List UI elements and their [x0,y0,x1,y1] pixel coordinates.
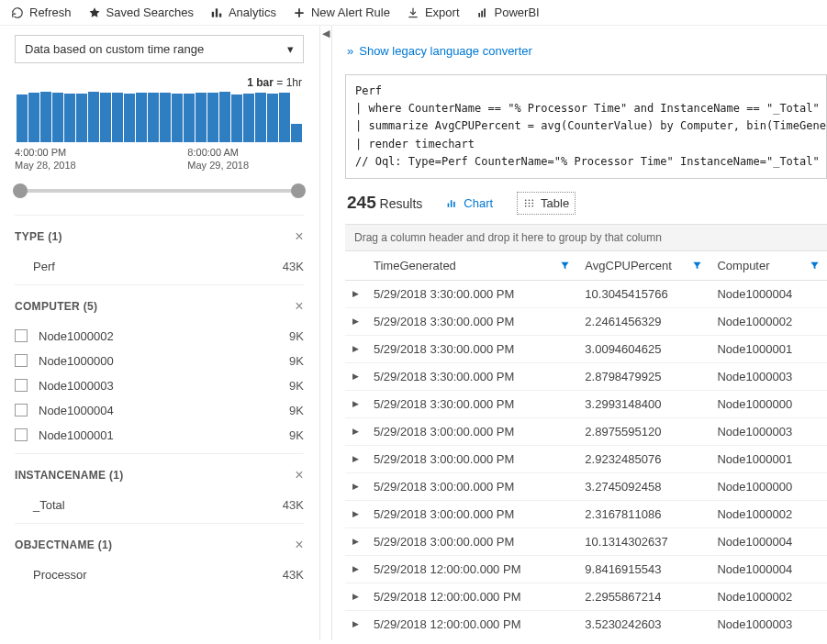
histogram-bar[interactable] [64,94,75,142]
histogram-bar[interactable] [52,93,63,142]
expand-row-button[interactable]: ▶ [345,610,366,637]
filter-icon[interactable] [560,260,570,273]
expand-row-button[interactable]: ▶ [345,527,366,555]
chevron-right-icon: ▶ [352,399,359,408]
table-row[interactable]: ▶5/29/2018 12:00:00.000 PM9.8416915543No… [345,555,827,583]
histogram-bar[interactable] [136,93,147,142]
slider-thumb-end[interactable] [291,183,306,198]
column-header-computer[interactable]: Computer [710,251,827,281]
table-row[interactable]: ▶5/29/2018 12:00:00.000 PM2.2955867214No… [345,583,827,610]
facet-count: 43K [283,260,304,273]
expand-row-button[interactable]: ▶ [345,445,366,472]
table-row[interactable]: ▶5/29/2018 3:00:00.000 PM3.2745092458Nod… [345,472,827,500]
expand-row-button[interactable]: ▶ [345,307,366,335]
export-button[interactable]: Export [407,6,460,19]
close-icon[interactable]: × [295,228,304,245]
checkbox[interactable] [15,379,28,392]
expand-row-button[interactable]: ▶ [345,335,366,362]
time-range-dropdown[interactable]: Data based on custom time range ▾ [15,35,304,63]
facet-row[interactable]: Node10000049K [15,398,304,423]
facet-row[interactable]: Processor43K [15,562,304,587]
expand-row-button[interactable]: ▶ [345,390,366,417]
histogram-bar[interactable] [148,93,159,142]
powerbi-button[interactable]: PowerBI [476,6,540,19]
checkbox[interactable] [15,329,28,342]
histogram-bar[interactable] [40,92,51,142]
expand-row-button[interactable]: ▶ [345,472,366,500]
histogram-bar[interactable] [207,93,218,142]
histogram-axis: 4:00:00 PMMay 28, 2018 8:00:00 AMMay 29,… [15,146,304,172]
histogram-bar[interactable] [184,94,195,142]
checkbox[interactable] [15,354,28,367]
close-icon[interactable]: × [295,298,304,315]
facet-row[interactable]: Node10000039K [15,373,304,398]
table-row[interactable]: ▶5/29/2018 3:00:00.000 PM2.9232485076Nod… [345,445,827,472]
histogram-bar[interactable] [112,93,123,142]
facet-row[interactable]: _Total43K [15,493,304,517]
expand-row-button[interactable]: ▶ [345,280,366,307]
histogram-chart[interactable] [15,91,304,142]
histogram-bar[interactable] [76,94,87,142]
svg-rect-5 [484,8,486,17]
table-row[interactable]: ▶5/29/2018 3:30:00.000 PM3.0094604625Nod… [345,335,827,362]
histogram-bar[interactable] [291,124,302,142]
facet-title: INSTANCENAME (1) [15,469,124,482]
table-row[interactable]: ▶5/29/2018 3:00:00.000 PM2.8975595120Nod… [345,417,827,445]
group-by-dropzone[interactable]: Drag a column header and drop it here to… [345,224,827,251]
expand-row-button[interactable]: ▶ [345,583,366,610]
close-icon[interactable]: × [295,537,304,553]
histogram-bar[interactable] [219,92,230,142]
legacy-converter-link[interactable]: » Show legacy language converter [347,44,827,58]
facet-row[interactable]: Node10000009K [15,349,304,373]
saved-searches-button[interactable]: Saved Searches [88,6,194,19]
filter-icon[interactable] [692,260,702,273]
close-icon[interactable]: × [295,467,304,483]
cell: 5/29/2018 3:30:00.000 PM [366,280,577,307]
histogram-bar[interactable] [279,93,290,142]
chart-view-button[interactable]: Chart [441,193,498,214]
query-editor[interactable]: Perf| where CounterName == "% Processor … [345,74,827,179]
histogram-bar[interactable] [172,94,183,142]
histogram-bar[interactable] [243,94,254,142]
checkbox[interactable] [15,404,28,416]
expand-row-button[interactable]: ▶ [345,362,366,390]
table-row[interactable]: ▶5/29/2018 3:30:00.000 PM10.3045415766No… [345,280,827,307]
time-slider[interactable] [20,189,298,193]
histogram-bar[interactable] [88,92,99,142]
facet-row[interactable]: Perf43K [15,254,304,279]
histogram-bar[interactable] [231,94,242,142]
facet-row[interactable]: Node10000019K [15,423,304,448]
table-row[interactable]: ▶5/29/2018 12:00:00.000 PM3.5230242603No… [345,610,827,637]
table-row[interactable]: ▶5/29/2018 3:30:00.000 PM2.2461456329Nod… [345,307,827,335]
collapse-left-icon[interactable]: ◀ [322,28,330,39]
filter-icon[interactable] [810,260,820,273]
expand-row-button[interactable]: ▶ [345,500,366,527]
histogram-bar[interactable] [160,93,171,142]
analytics-button[interactable]: Analytics [210,6,276,19]
new-alert-rule-button[interactable]: New Alert Rule [293,6,390,19]
column-header-timegenerated[interactable]: TimeGenerated [366,251,577,281]
table-row[interactable]: ▶5/29/2018 3:00:00.000 PM2.3167811086Nod… [345,500,827,527]
histogram-bar[interactable] [124,94,135,142]
table-row[interactable]: ▶5/29/2018 3:30:00.000 PM3.2993148400Nod… [345,390,827,417]
histogram-bar[interactable] [267,94,278,142]
histogram-bar[interactable] [100,93,111,142]
histogram-bar[interactable] [28,93,39,142]
facet-objectname: OBJECTNAME (1)×Processor43K [15,523,304,587]
histogram-bar[interactable] [196,93,207,142]
facet-row[interactable]: Node10000029K [15,324,304,349]
expand-row-button[interactable]: ▶ [345,555,366,583]
column-header-avgcpupercent[interactable]: AvgCPUPercent [577,251,710,281]
expand-row-button[interactable]: ▶ [345,417,366,445]
panel-divider[interactable]: ◀ [319,26,332,640]
table-row[interactable]: ▶5/29/2018 3:30:00.000 PM2.8798479925Nod… [345,362,827,390]
refresh-button[interactable]: Refresh [11,6,72,19]
cell: 2.3167811086 [577,500,710,527]
table-row[interactable]: ▶5/29/2018 3:00:00.000 PM10.1314302637No… [345,527,827,555]
histogram-bar[interactable] [255,93,266,142]
slider-thumb-start[interactable] [13,183,28,198]
table-view-button[interactable]: Table [517,192,576,215]
checkbox[interactable] [15,428,28,441]
cell: 5/29/2018 3:00:00.000 PM [366,527,577,555]
histogram-bar[interactable] [17,94,28,142]
